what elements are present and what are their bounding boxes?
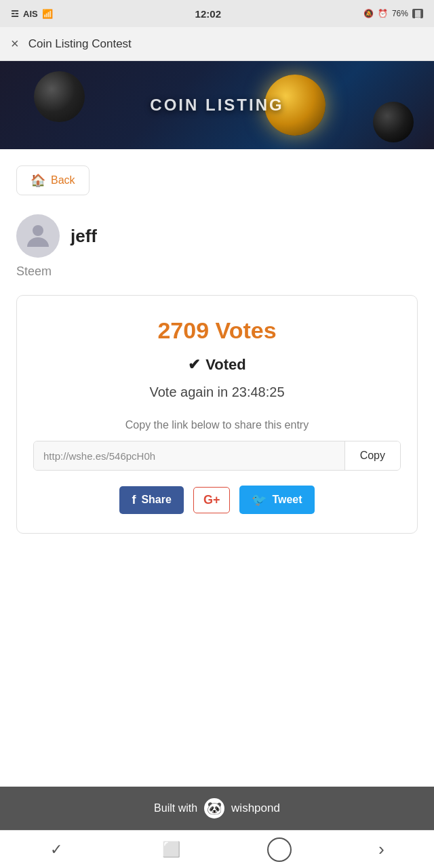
checkmark-icon: ✔ [188, 356, 200, 374]
user-profile: jeff [16, 214, 418, 258]
nav-back-icon[interactable]: ‹ [365, 832, 398, 867]
facebook-icon: f [132, 493, 136, 507]
voted-label: ✔ Voted [33, 356, 401, 374]
share-link-input[interactable] [34, 441, 344, 470]
bottom-nav: ✓ ⬜ ‹ [0, 830, 434, 868]
close-button[interactable]: × [11, 36, 19, 52]
gplus-button[interactable]: G+ [193, 487, 231, 513]
nav-square-icon[interactable]: ⬜ [149, 834, 194, 865]
home-icon: 🏠 [31, 173, 45, 188]
status-carrier: ☲ AIS 📶 [11, 9, 53, 19]
built-with-text: Built with [154, 802, 197, 814]
hero-text: COIN LISTING [150, 96, 283, 115]
link-copy-row: Copy [33, 441, 401, 471]
nav-circle-icon[interactable] [267, 837, 292, 862]
signal-icon: ☲ [11, 9, 19, 19]
app-title: Coin Listing Contest [28, 37, 132, 51]
avatar [16, 214, 60, 258]
votes-count: 2709 Votes [33, 317, 401, 344]
main-content: 🏠 Back jeff Steem 2709 Votes ✔ Voted Vot… [0, 149, 434, 671]
battery-text: 76% [392, 9, 408, 18]
status-time: 12:02 [195, 8, 221, 20]
share-instruction: Copy the link below to share this entry [33, 419, 401, 431]
dark-coin-left [34, 71, 85, 122]
twitter-tweet-button[interactable]: 🐦 Tweet [239, 486, 314, 514]
brand-name: wishpond [231, 802, 280, 815]
twitter-icon: 🐦 [252, 492, 267, 507]
footer: Built with 🐼 wishpond [0, 787, 434, 830]
alarm-icon: ⏰ [378, 9, 388, 18]
panda-icon: 🐼 [204, 798, 224, 818]
vote-card: 2709 Votes ✔ Voted Vote again in 23:48:2… [16, 295, 418, 534]
back-button[interactable]: 🏠 Back [16, 165, 90, 195]
facebook-share-button[interactable]: f Share [119, 486, 183, 514]
status-right: 🔕 ⏰ 76% ▓ [363, 9, 423, 18]
copy-button[interactable]: Copy [344, 441, 400, 470]
nav-check-icon[interactable]: ✓ [37, 834, 76, 865]
coin-name: Steem [16, 264, 418, 279]
wifi-icon: 📶 [42, 9, 53, 19]
dark-coin-right [373, 102, 414, 142]
battery-icon: ▓ [412, 9, 423, 18]
status-bar: ☲ AIS 📶 12:02 🔕 ⏰ 76% ▓ [0, 0, 434, 27]
vote-again-timer: Vote again in 23:48:25 [33, 384, 401, 400]
username: jeff [71, 226, 97, 247]
app-header: × Coin Listing Contest [0, 27, 434, 61]
svg-point-0 [33, 225, 43, 236]
mute-icon: 🔕 [363, 9, 374, 18]
avatar-icon [22, 220, 54, 252]
spacer [0, 671, 434, 787]
hero-banner: COIN LISTING [0, 61, 434, 149]
social-buttons: f Share G+ 🐦 Tweet [33, 486, 401, 514]
